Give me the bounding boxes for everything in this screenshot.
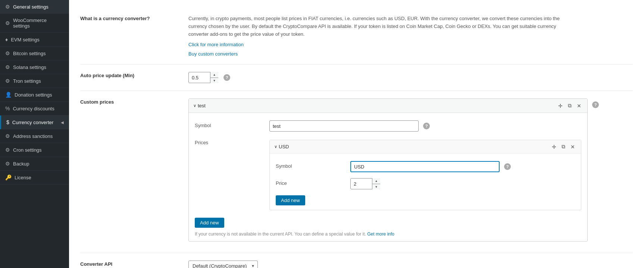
panel-header: ∨ test ✛ ⧉ ✕	[189, 99, 587, 113]
panel-duplicate-btn[interactable]: ⧉	[566, 102, 573, 110]
diamond-icon: ♦	[5, 37, 8, 42]
usd-panel-title: ∨ USD	[274, 144, 289, 149]
sidebar-item-label: Tron settings	[13, 78, 41, 84]
sidebar-item-label: Address sanctions	[13, 133, 53, 139]
sidebar-item-donation-settings[interactable]: 👤 Donation settings	[0, 88, 69, 102]
user-icon: 👤	[5, 92, 12, 98]
inner-symbol-input[interactable]	[350, 161, 500, 172]
price-input-wrap: ▲ ▼	[350, 178, 380, 189]
usd-panel-header: ∨ USD ✛ ⧉ ✕	[270, 140, 581, 154]
sidebar-item-label: Currency discounts	[13, 106, 54, 111]
auto-price-row: Auto price update (Min) ▲ ▼ ?	[80, 64, 633, 91]
sidebar-item-label: Donation settings	[15, 92, 52, 98]
sidebar-item-currency-discounts[interactable]: % Currency discounts	[0, 102, 69, 116]
usd-panel-add-btn[interactable]: ✛	[550, 143, 558, 151]
sidebar-item-bitcoin-settings[interactable]: ⚙ Bitcoin settings	[0, 47, 69, 60]
sidebar-item-backup[interactable]: ⚙ Backup	[0, 157, 69, 171]
prices-field-label: Prices	[195, 138, 262, 145]
sidebar-item-currency-converter[interactable]: $ Currency converter ◀	[0, 116, 69, 129]
converter-api-label: Converter API	[80, 261, 177, 267]
prices-field-input-wrap: ∨ USD ✛ ⧉ ✕	[269, 138, 581, 210]
get-more-info-link[interactable]: Get more info	[367, 231, 394, 237]
dollar-icon: $	[6, 119, 9, 125]
sidebar-item-label: Solana settings	[13, 64, 46, 70]
auto-price-input-wrap: ▲ ▼	[188, 72, 218, 83]
symbol-field-row: Symbol ?	[195, 117, 581, 135]
inner-symbol-field-row: Symbol ?	[276, 158, 575, 175]
sidebar-item-cron-settings[interactable]: ⚙ Cron settings	[0, 143, 69, 157]
key-icon: 🔑	[5, 174, 12, 180]
add-new-inner-button[interactable]: Add new	[276, 195, 305, 205]
sidebar-item-label: Backup	[13, 161, 29, 167]
usd-panel-actions: ✛ ⧉ ✕	[550, 143, 576, 151]
sidebar-item-label: License	[15, 175, 31, 180]
panel-add-btn[interactable]: ✛	[557, 102, 564, 110]
what-is-content: Currently, in crypto payments, most peop…	[188, 15, 599, 57]
main-content: What is a currency converter? Currently,…	[69, 0, 644, 268]
price-spinner-buttons: ▲ ▼	[372, 178, 380, 189]
sidebar-item-woocommerce-settings[interactable]: ⚙ WooCommerce settings	[0, 14, 69, 33]
usd-panel: ∨ USD ✛ ⧉ ✕	[269, 140, 581, 210]
click-more-info-link[interactable]: Click for more information	[188, 42, 599, 47]
sidebar-item-evm-settings[interactable]: ♦ EVM settings	[0, 33, 69, 47]
inner-symbol-help-icon[interactable]: ?	[504, 163, 511, 170]
inner-symbol-input-wrap: ?	[350, 161, 575, 172]
price-spinner-down-btn[interactable]: ▼	[372, 184, 380, 190]
panel-chevron-icon[interactable]: ∨	[193, 103, 196, 108]
symbol-field-input-wrap: ?	[269, 120, 581, 132]
usd-panel-body: Symbol ?	[270, 154, 581, 210]
what-is-row: What is a currency converter? Currently,…	[80, 7, 633, 64]
price-spinner-up-btn[interactable]: ▲	[372, 178, 380, 184]
usd-panel-duplicate-btn[interactable]: ⧉	[560, 143, 567, 151]
symbol-help-icon[interactable]: ?	[423, 123, 430, 129]
gear-icon: ⚙	[5, 64, 10, 70]
usd-panel-title-text: USD	[279, 144, 289, 149]
custom-prices-panel: ∨ test ✛ ⧉ ✕ Symbol	[188, 98, 588, 242]
sidebar-item-label: General settings	[13, 4, 49, 10]
sidebar-item-solana-settings[interactable]: ⚙ Solana settings	[0, 60, 69, 74]
panel-title-text: test	[198, 103, 206, 108]
sidebar-item-label: Bitcoin settings	[13, 51, 46, 56]
collapse-arrow-icon: ◀	[61, 120, 64, 124]
auto-price-help-icon[interactable]: ?	[223, 74, 230, 81]
inner-price-input-wrap: ▲ ▼	[350, 178, 575, 189]
buy-custom-converters-link[interactable]: Buy custom converters	[188, 51, 599, 57]
spinner-buttons: ▲ ▼	[210, 72, 218, 83]
sidebar-item-label: Cron settings	[13, 147, 42, 153]
panel-title: ∨ test	[193, 103, 206, 108]
auto-price-label: Auto price update (Min)	[80, 72, 177, 78]
gear-icon: ⚙	[5, 78, 10, 84]
info-text-prefix: If your currency is not available in the…	[195, 231, 366, 237]
converter-api-select-wrap: Default (CryptoCompare) Custom ▼	[188, 261, 258, 268]
gear-icon: ⚙	[5, 4, 10, 10]
content-area: What is a currency converter? Currently,…	[69, 0, 644, 268]
gear-icon: ⚙	[5, 20, 10, 26]
add-new-outer-button[interactable]: Add new	[195, 218, 224, 228]
gear-icon: ⚙	[5, 161, 10, 167]
converter-api-select[interactable]: Default (CryptoCompare) Custom	[188, 261, 258, 268]
sidebar-item-general-settings[interactable]: ⚙ General settings	[0, 0, 69, 14]
sidebar-item-label: Currency converter	[12, 120, 54, 125]
symbol-input[interactable]	[269, 120, 419, 132]
spinner-down-btn[interactable]: ▼	[210, 78, 218, 83]
sidebar-item-license[interactable]: 🔑 License	[0, 171, 69, 185]
sidebar-item-tron-settings[interactable]: ⚙ Tron settings	[0, 74, 69, 88]
auto-price-content: ▲ ▼ ?	[188, 72, 599, 83]
usd-chevron-icon[interactable]: ∨	[274, 144, 277, 149]
inner-price-field-row: Price ▲ ▼	[276, 175, 575, 192]
converter-api-row: Converter API Default (CryptoCompare) Cu…	[80, 253, 633, 268]
gear-icon: ⚙	[5, 50, 10, 56]
panel-close-btn[interactable]: ✕	[575, 102, 583, 110]
sidebar-item-address-sanctions[interactable]: ⚙ Address sanctions	[0, 129, 69, 143]
inner-symbol-label: Symbol	[276, 161, 343, 169]
description-text: Currently, in crypto payments, most peop…	[188, 15, 562, 38]
custom-prices-help-icon[interactable]: ?	[592, 101, 599, 108]
usd-panel-close-btn[interactable]: ✕	[569, 143, 576, 151]
spinner-up-btn[interactable]: ▲	[210, 72, 218, 78]
panel-actions: ✛ ⧉ ✕	[557, 102, 583, 110]
custom-prices-row: Custom prices ∨ test ✛ ⧉	[80, 91, 633, 253]
info-text: If your currency is not available in the…	[195, 231, 581, 237]
sidebar-item-label: WooCommerce settings	[13, 18, 64, 29]
percent-icon: %	[5, 105, 10, 111]
symbol-field-label: Symbol	[195, 120, 262, 128]
